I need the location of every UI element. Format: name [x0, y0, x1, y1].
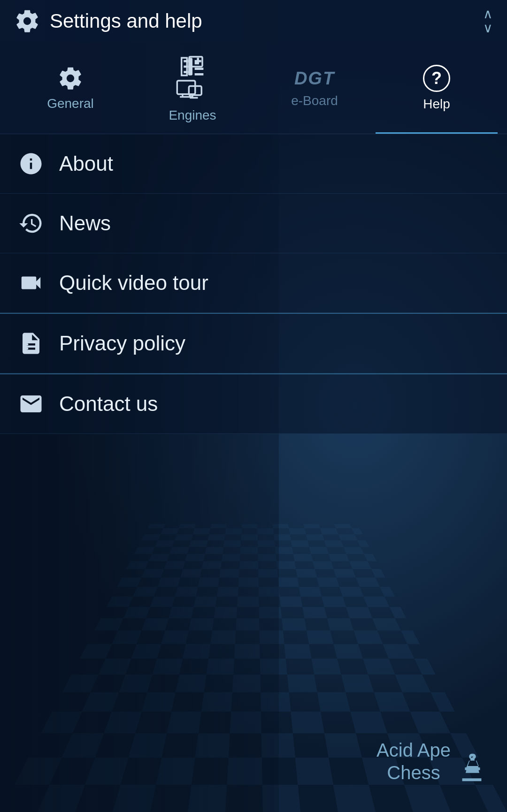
menu-item-about[interactable]: About — [0, 134, 507, 194]
history-svg — [18, 211, 44, 236]
document-icon — [17, 331, 45, 356]
close-button[interactable]: ∧ ∨ — [483, 8, 493, 35]
branding-chess-icon — [455, 751, 488, 784]
tab-eboard[interactable]: DGT e-Board — [254, 42, 376, 134]
tab-eboard-label: e-Board — [291, 93, 338, 108]
header-bar: Settings and help ∧ ∨ — [0, 0, 507, 42]
quick-video-tour-label: Quick video tour — [59, 271, 208, 295]
info-circle-icon — [17, 151, 45, 176]
menu-list: About News Quick video tour — [0, 134, 507, 434]
news-label: News — [59, 212, 111, 235]
branding-line1: Acid Ape — [376, 739, 451, 761]
tab-engines[interactable]: Engines — [131, 42, 254, 134]
chevron-up-icon: ∧ — [483, 8, 493, 21]
contact-us-label: Contact us — [59, 392, 158, 416]
header-gear-icon — [14, 8, 40, 34]
tab-engines-label: Engines — [169, 108, 216, 123]
svg-point-9 — [26, 348, 29, 350]
branding: Acid Ape Chess — [376, 739, 488, 784]
svg-rect-1 — [177, 81, 195, 94]
mail-icon — [17, 391, 45, 417]
tab-bar: General Engines — [0, 42, 507, 134]
branding-line2: Chess — [376, 761, 451, 784]
menu-item-news[interactable]: News — [0, 194, 507, 253]
engines-monitor-icon — [176, 80, 209, 103]
tab-general[interactable]: General — [9, 42, 131, 134]
general-gear-icon — [57, 65, 84, 91]
eboard-dgt-icon: DGT — [294, 68, 335, 89]
tab-help[interactable]: ? Help — [376, 42, 498, 134]
info-svg — [18, 151, 44, 176]
video-icon — [17, 270, 45, 296]
document-svg — [18, 331, 44, 356]
help-circle-icon: ? — [423, 65, 450, 92]
video-svg — [18, 270, 44, 296]
tab-general-label: General — [47, 96, 94, 111]
tab-help-label: Help — [423, 97, 450, 112]
about-label: About — [59, 152, 113, 175]
header-title: Settings and help — [50, 10, 202, 32]
header-left: Settings and help — [14, 8, 202, 34]
svg-point-8 — [26, 343, 29, 346]
menu-item-quick-video-tour[interactable]: Quick video tour — [0, 253, 507, 313]
history-icon — [17, 211, 45, 236]
menu-item-privacy-policy[interactable]: Privacy policy — [0, 314, 507, 373]
main-container: Settings and help ∧ ∨ General — [0, 0, 507, 812]
engines-icon — [179, 53, 206, 80]
menu-item-contact-us[interactable]: Contact us — [0, 374, 507, 434]
mail-svg — [18, 391, 44, 417]
privacy-policy-label: Privacy policy — [59, 332, 185, 355]
chevron-down-icon: ∨ — [483, 22, 493, 35]
